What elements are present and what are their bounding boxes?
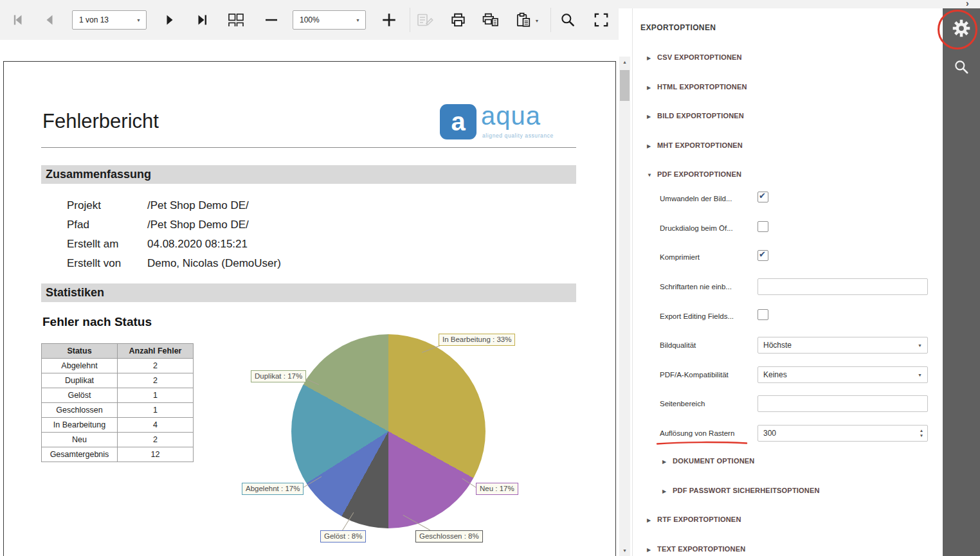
section-label: HTML EXPORTOPTIONEN <box>657 83 747 91</box>
zoom-in-button[interactable] <box>377 8 401 33</box>
section-html-exportoptionen[interactable]: ▶ HTML EXPORTOPTIONEN <box>633 82 943 94</box>
search-button[interactable] <box>556 8 580 33</box>
page-title: Fehlerbericht <box>42 110 159 133</box>
arrow-down-icon: ▼ <box>622 548 627 553</box>
section-label: PDF PASSWORT SICHERHEITSOPTIONEN <box>673 487 820 494</box>
summary-row: Projekt /Pet Shop Demo DE/ <box>4 199 615 212</box>
umwandeln-der-bild-checkbox[interactable]: ✔ <box>758 192 768 202</box>
aqua-logo-tagline: aligned quality assurance <box>482 132 554 139</box>
scrollbar-thumb[interactable] <box>620 70 630 101</box>
toolbar-separator <box>550 8 551 32</box>
cell-status: Geschlossen <box>42 403 118 418</box>
last-page-button[interactable] <box>190 8 215 33</box>
seitenbereich-input[interactable] <box>758 395 928 412</box>
aqua-logo-mark: a <box>440 104 476 139</box>
fullscreen-button[interactable] <box>589 8 613 33</box>
select-value: Keines <box>763 370 918 379</box>
panel-collapse-button[interactable]: › <box>966 0 969 8</box>
option-label: PDF/A-Kompatibilität <box>660 365 729 384</box>
section-dokument-optionen[interactable]: ▶ DOKUMENT OPTIONEN <box>633 456 943 468</box>
section-pdf-exportoptionen[interactable]: ▼ PDF EXPORTOPTIONEN <box>633 170 943 181</box>
pie-label-duplikat: Duplikat : 17% <box>251 370 306 382</box>
chevron-down-icon: ▼ <box>136 18 141 22</box>
option-row: Druckdialog beim Öf... ✔ <box>633 219 943 238</box>
quick-print-button[interactable] <box>478 8 502 33</box>
summary-row: Erstellt von Demo, Nicolas (DemoUser) <box>4 257 615 270</box>
zoom-out-button[interactable] <box>259 8 284 33</box>
pie-label-abgelehnt: Abgelehnt : 17% <box>242 483 304 495</box>
pdfa-kompatibilitaet-select[interactable]: Keines ▼ <box>758 366 928 383</box>
panel-topbar: › <box>619 0 980 8</box>
option-row: PDF/A-Kompatibilität Keines ▼ <box>633 365 943 384</box>
cell-count: 2 <box>118 433 194 447</box>
bildqualitaet-select[interactable]: Höchste ▼ <box>758 337 928 354</box>
highlight-editing-fields-button[interactable] <box>413 8 437 33</box>
next-page-button[interactable] <box>158 8 182 33</box>
multipage-view-icon <box>227 12 245 30</box>
option-row: Schriftarten nie einb... <box>633 277 943 296</box>
zoom-value: 100% <box>300 15 356 24</box>
toolbar-separator <box>410 8 410 32</box>
spinner-down-icon[interactable]: ▼ <box>920 433 923 438</box>
first-page-button[interactable] <box>5 8 30 33</box>
aqua-logo: a aqua aligned quality assurance <box>440 104 556 140</box>
druckdialog-checkbox[interactable]: ✔ <box>758 221 768 232</box>
fullscreen-icon <box>593 12 610 30</box>
pie-label-in-bearbeitung: In Bearbeitung : 33% <box>439 334 515 346</box>
export-button[interactable]: ▼ <box>510 8 543 33</box>
first-page-icon <box>10 12 25 30</box>
cell-status: In Bearbeitung <box>42 418 118 433</box>
pie-label-neu: Neu : 17% <box>476 483 518 495</box>
aufloesung-von-rastern-spinner[interactable]: 300 ▲ ▼ <box>758 425 928 442</box>
section-mht-exportoptionen[interactable]: ▶ MHT EXPORTOPTIONEN <box>633 141 943 152</box>
option-label: Export Editing Fields... <box>660 307 734 326</box>
select-value: Höchste <box>763 341 918 350</box>
option-row: Umwandeln der Bild... ✔ <box>633 189 943 208</box>
printer-page-icon <box>481 12 500 30</box>
komprimiert-checkbox[interactable]: ✔ <box>758 250 768 261</box>
summary-value: 04.08.2020 08:15:21 <box>147 238 248 251</box>
panel-search-button[interactable] <box>943 51 980 84</box>
page-number-select[interactable]: 1 von 13 ▼ <box>72 10 147 30</box>
schriftarten-nie-einb-input[interactable] <box>758 278 928 295</box>
chevron-right-icon: ▶ <box>662 459 666 465</box>
chevron-right-icon: ▶ <box>647 547 651 553</box>
plus-icon <box>381 12 397 30</box>
section-rtf-exportoptionen[interactable]: ▶ RTF EXPORTOPTIONEN <box>633 515 943 526</box>
previous-page-button[interactable] <box>37 8 62 33</box>
export-editing-fields-checkbox[interactable]: ✔ <box>758 309 768 320</box>
chevron-right-icon: ▶ <box>647 114 651 120</box>
table-row: Duplikat2 <box>42 373 194 388</box>
zoom-select[interactable]: 100% ▼ <box>293 10 366 30</box>
scroll-up-button[interactable]: ▲ <box>619 57 630 67</box>
cell-count: 4 <box>118 418 194 433</box>
status-table: Status Anzahl Fehler Abgelehnt2 Duplikat… <box>41 343 194 462</box>
print-button[interactable] <box>446 8 470 33</box>
scroll-down-button[interactable]: ▼ <box>619 545 630 556</box>
right-toolbar <box>943 8 980 556</box>
section-csv-exportoptionen[interactable]: ▶ CSV EXPORTOPTIONEN <box>633 53 943 64</box>
section-label: DOKUMENT OPTIONEN <box>673 457 754 465</box>
option-label: Umwandeln der Bild... <box>660 189 732 208</box>
spinner-up-icon[interactable]: ▲ <box>920 428 923 433</box>
gear-icon <box>952 19 971 40</box>
page-layout-button[interactable] <box>224 8 248 33</box>
table-row: Abgelehnt2 <box>42 359 194 373</box>
chevron-right-icon: ▶ <box>647 55 651 61</box>
option-row: Komprimiert ✔ <box>633 247 943 267</box>
spinner-value: 300 <box>763 429 916 438</box>
pie-chart <box>291 334 485 528</box>
chevron-right-icon: ▶ <box>647 143 651 149</box>
aqua-logo-text: aqua <box>481 102 541 130</box>
previous-page-icon <box>42 12 57 30</box>
last-page-icon <box>195 12 210 30</box>
chevron-down-icon: ▼ <box>535 19 540 23</box>
section-text-exportoptionen[interactable]: ▶ TEXT EXPORTOPTIONEN <box>633 544 943 556</box>
option-label: Bildqualität <box>660 336 696 355</box>
summary-label: Pfad <box>67 219 89 231</box>
settings-gear-button[interactable] <box>943 12 980 46</box>
check-icon: ✔ <box>759 191 766 201</box>
editing-fields-icon <box>416 12 434 30</box>
section-bild-exportoptionen[interactable]: ▶ BILD EXPORTOPTIONEN <box>633 111 943 123</box>
section-pdf-passwort-sicherheitsoptionen[interactable]: ▶ PDF PASSWORT SICHERHEITSOPTIONEN <box>633 486 943 498</box>
